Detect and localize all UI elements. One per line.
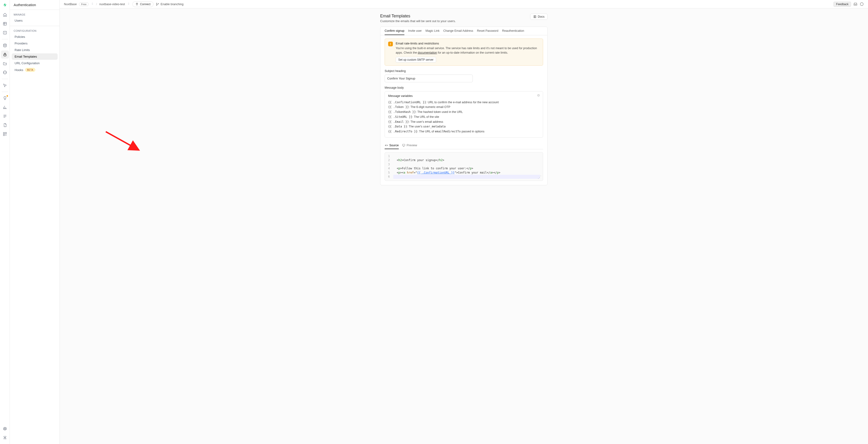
tab-magic-link[interactable]: Magic Link (426, 27, 440, 35)
svg-rect-6 (5, 132, 6, 134)
svg-point-8 (4, 428, 5, 430)
sidebar-item-rate-limits[interactable]: Rate Limits (12, 47, 58, 53)
sidebar-item-label: Hooks (14, 68, 23, 72)
enable-branching-button[interactable]: Enable branching (156, 3, 183, 6)
main-area: NuxtBase Free / nuxtbase-video-test Conn… (60, 0, 868, 444)
breadcrumb-sep: / (96, 3, 97, 6)
docs-label: Docs (538, 15, 545, 18)
page-subtitle: Customize the emails that will be sent o… (380, 19, 456, 23)
docs-button[interactable]: Docs (530, 13, 548, 20)
monitor-icon (402, 144, 405, 147)
inbox-icon[interactable] (854, 2, 858, 6)
editor-tab-preview[interactable]: Preview (402, 142, 417, 149)
sidebar-item-label: Providers (14, 41, 28, 45)
rate-limit-notice: ! Email rate-limits and restrictions You… (384, 38, 543, 66)
supabase-logo-icon (2, 2, 7, 7)
svg-point-12 (860, 3, 863, 6)
section-header-manage: MANAGE (10, 10, 60, 18)
notice-title: Email rate-limits and restrictions (396, 41, 539, 45)
svg-point-9 (156, 3, 157, 3)
sidebar-item-url-config[interactable]: URL Configuration (12, 60, 58, 66)
database-icon[interactable] (1, 41, 9, 50)
collapse-icon[interactable] (537, 94, 540, 97)
connect-label: Connect (140, 3, 151, 6)
svg-rect-0 (3, 22, 7, 25)
editor-tab-label: Source (389, 144, 399, 147)
warning-icon: ! (388, 41, 393, 46)
resize-handle-icon[interactable]: ⋰ (538, 175, 541, 179)
editor-tab-label: Preview (407, 144, 417, 147)
notice-text: You're using the built-in email service.… (396, 46, 539, 55)
auth-sidebar: Authentication MANAGE Users CONFIGURATIO… (10, 0, 60, 444)
feedback-button[interactable]: Feedback (833, 2, 851, 7)
branching-label: Enable branching (161, 3, 183, 6)
topbar: NuxtBase Free / nuxtbase-video-test Conn… (60, 0, 868, 8)
api-docs-icon[interactable] (1, 121, 9, 129)
sidebar-item-label: Email Templates (14, 55, 37, 58)
svg-rect-7 (3, 135, 4, 136)
icon-rail (0, 0, 10, 444)
message-variables-card: Message variables {{ .ConfirmationURL }}… (384, 91, 543, 138)
line-gutter: 1 2 3 4 5 6 (385, 152, 392, 181)
svg-point-2 (3, 44, 6, 45)
documentation-link[interactable]: documentation (418, 51, 437, 54)
svg-point-10 (156, 5, 157, 5)
breadcrumb-org[interactable]: NuxtBase (64, 3, 76, 6)
branch-icon (156, 3, 159, 6)
sidebar-item-label: Policies (14, 35, 25, 38)
sidebar-item-policies[interactable]: Policies (12, 34, 58, 40)
tab-reset-password[interactable]: Reset Password (477, 27, 498, 35)
auth-icon[interactable] (1, 51, 9, 59)
editor-tab-source[interactable]: Source (384, 142, 399, 149)
project-switcher-icon[interactable] (127, 2, 130, 6)
help-icon[interactable] (860, 2, 864, 6)
sql-editor-icon[interactable] (1, 29, 9, 37)
org-switcher-icon[interactable] (91, 2, 94, 6)
svg-point-11 (158, 3, 158, 3)
vars-list: {{ .ConfirmationURL }}: URL to confirm t… (388, 100, 539, 134)
settings-icon[interactable] (1, 425, 9, 433)
edge-functions-icon[interactable] (1, 68, 9, 77)
sidebar-item-providers[interactable]: Providers (12, 40, 58, 47)
reports-icon[interactable] (1, 103, 9, 111)
advisor-icon[interactable] (1, 94, 9, 102)
page-title: Email Templates (380, 13, 456, 19)
code-editor[interactable]: 1 2 3 4 5 6 <h2>Confirm your signup</h2>… (384, 152, 543, 181)
command-icon[interactable] (1, 434, 9, 442)
tab-confirm-signup[interactable]: Confirm signup (384, 27, 404, 35)
svg-rect-13 (402, 144, 405, 146)
book-icon (533, 15, 536, 18)
sidebar-item-label: Users (14, 19, 23, 22)
beta-badge: BETA (25, 68, 35, 72)
sidebar-item-hooks[interactable]: HooksBETA (12, 66, 58, 73)
sidebar-item-label: Rate Limits (14, 48, 30, 52)
editor-tabs: Source Preview (384, 142, 543, 149)
connect-button[interactable]: Connect (132, 1, 154, 7)
integrations-icon[interactable] (1, 130, 9, 138)
body-label: Message body (384, 86, 543, 89)
tab-invite-user[interactable]: Invite user (408, 27, 422, 35)
vars-title: Message variables (388, 94, 539, 97)
template-tabs: Confirm signup Invite user Magic Link Ch… (380, 27, 547, 35)
section-header-config: CONFIGURATION (10, 26, 60, 34)
svg-rect-5 (3, 132, 4, 134)
storage-icon[interactable] (1, 59, 9, 67)
code-content[interactable]: <h2>Confirm your signup</h2> <p>Follow t… (392, 152, 543, 181)
tab-reauth[interactable]: Reauthentication (502, 27, 524, 35)
realtime-icon[interactable] (1, 81, 9, 89)
subject-input[interactable] (384, 75, 473, 82)
sidebar-item-label: URL Configuration (14, 61, 39, 65)
sidebar-item-email-templates[interactable]: Email Templates (12, 53, 58, 60)
plug-icon (135, 3, 138, 6)
code-icon (384, 144, 388, 147)
sidebar-title: Authentication (10, 0, 60, 10)
tab-change-email[interactable]: Change Email Address (443, 27, 473, 35)
sidebar-item-users[interactable]: Users (12, 18, 58, 24)
plan-badge: Free (79, 2, 89, 6)
logs-icon[interactable] (1, 112, 9, 120)
home-icon[interactable] (1, 11, 9, 19)
breadcrumb-project[interactable]: nuxtbase-video-test (99, 3, 125, 6)
svg-rect-3 (3, 54, 6, 56)
table-editor-icon[interactable] (1, 20, 9, 28)
setup-smtp-button[interactable]: Set up custom SMTP server (396, 57, 436, 63)
